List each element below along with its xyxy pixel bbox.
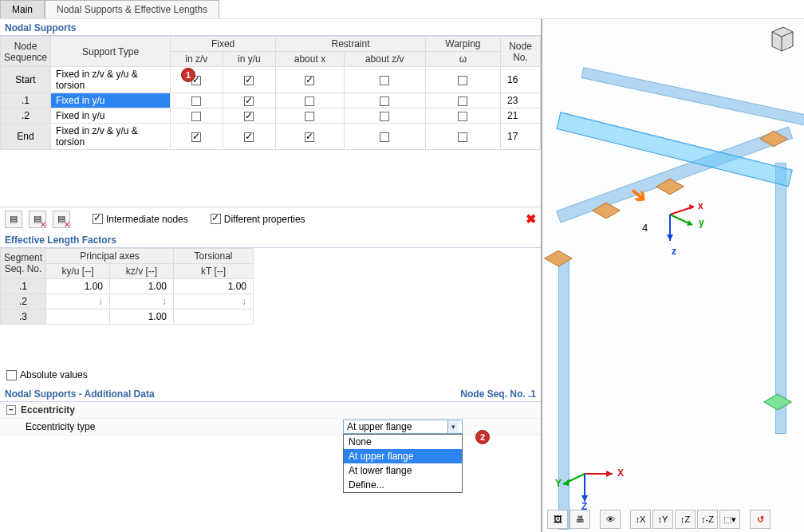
cell-kyu[interactable]: ↓ [46, 294, 110, 309]
eccentricity-type-dropdown[interactable]: At upper flange ▾ [343, 420, 463, 434]
cell-ax[interactable] [276, 108, 345, 124]
nodal-supports-title: Nodal Supports [0, 19, 541, 36]
cell-type[interactable]: Fixed in z/v & y/u & torsion [51, 67, 171, 93]
vp-btn-axis-y[interactable]: ↕Y [652, 510, 673, 529]
cell-kzv[interactable]: 1.00 [110, 309, 174, 324]
dropdown-option[interactable]: At upper flange [344, 449, 462, 463]
col-group-restraint: Restraint [276, 37, 426, 52]
vp-btn-axis-z[interactable]: ↕Z [675, 510, 696, 529]
3d-viewport[interactable]: ➔ x y z 4 X Y Z [542, 19, 804, 532]
cell-azv[interactable] [344, 108, 425, 124]
col-support-type: Support Type [51, 37, 171, 67]
cell-type[interactable]: Fixed in y/u [51, 93, 171, 108]
cell-node: 16 [501, 67, 541, 93]
toolbar-btn-2[interactable]: ▤✕ [29, 211, 46, 228]
cell-ax[interactable] [276, 67, 345, 93]
cell-zv[interactable] [171, 67, 223, 93]
cell-yu[interactable] [223, 93, 276, 108]
cell-zv[interactable] [171, 124, 223, 150]
vp-btn-view[interactable]: 👁 [600, 510, 621, 529]
eccentricity-group[interactable]: − Eccentricity [0, 402, 541, 419]
global-axes [557, 446, 621, 510]
dropdown-option[interactable]: At lower flange [344, 463, 462, 478]
cell-w[interactable] [425, 93, 500, 108]
cell-kzv[interactable]: 1.00 [110, 278, 174, 294]
vp-btn-axis-x[interactable]: ↕X [630, 510, 651, 529]
cell-w[interactable] [425, 124, 500, 150]
cell-ax[interactable] [276, 93, 345, 108]
table-row[interactable]: End Fixed in z/v & y/u & torsion 17 [1, 124, 541, 150]
different-properties-checkbox[interactable]: Different properties [211, 214, 305, 225]
dropdown-option[interactable]: Define... [344, 478, 462, 492]
col-group-warping: Warping [425, 37, 500, 52]
col-group-principal: Principal axes [46, 248, 174, 263]
callout-2: 2 [475, 430, 490, 444]
chevron-down-icon[interactable]: ▾ [447, 420, 459, 433]
cell-kt[interactable]: 1.00 [174, 278, 254, 294]
col-in-zv: in z/v [171, 52, 223, 67]
table-row[interactable]: .2 Fixed in y/u 21 [1, 108, 541, 124]
cell-w[interactable] [425, 67, 500, 93]
dropdown-list[interactable]: NoneAt upper flangeAt lower flangeDefine… [343, 434, 463, 493]
collapse-icon[interactable]: − [6, 405, 16, 415]
table-row[interactable]: .1 1.00 1.00 1.00 [1, 278, 542, 294]
cell-azv[interactable] [344, 67, 425, 93]
cell-type[interactable]: Fixed in y/u [51, 108, 171, 124]
col-kzv: kz/v [--] [110, 263, 174, 278]
global-axis-y: Y [555, 478, 562, 489]
cell-azv[interactable] [344, 93, 425, 108]
cell-seq: Start [1, 67, 51, 93]
cell-yu[interactable] [223, 67, 276, 93]
vp-node-label-4: 4 [642, 222, 648, 234]
axis-x-label: x [698, 200, 704, 211]
cell-kyu[interactable]: 1.00 [46, 278, 110, 294]
cell-node: 21 [501, 108, 541, 124]
cell-kyu[interactable] [46, 309, 110, 324]
cell-ax[interactable] [276, 124, 345, 150]
cell-zv[interactable] [171, 93, 223, 108]
dropdown-option[interactable]: None [344, 435, 462, 449]
cell-azv[interactable] [344, 124, 425, 150]
vp-btn-render[interactable]: 🖼 [547, 510, 568, 529]
vp-btn-reset[interactable]: ↺ [750, 510, 770, 529]
intermediate-nodes-checkbox[interactable]: Intermediate nodes [93, 214, 188, 225]
cell-kt[interactable] [174, 309, 254, 324]
axis-y-label: y [699, 217, 704, 228]
cell-kt[interactable]: ↓ [174, 294, 254, 309]
cell-type[interactable]: Fixed in z/v & y/u & torsion [51, 124, 171, 150]
nodal-supports-table[interactable]: Node Sequence Support Type Fixed Restrai… [0, 36, 541, 150]
col-seg-seq: Segment Seq. No. [1, 248, 46, 278]
toolbar-btn-1[interactable]: ▤ [5, 211, 22, 228]
absolute-values-checkbox[interactable]: Absolute values [0, 365, 541, 385]
effective-length-title: Effective Length Factors [0, 231, 541, 248]
axis-z-label: z [672, 246, 676, 257]
local-axes [654, 195, 702, 250]
nav-cube[interactable] [766, 22, 798, 54]
col-node-no: Node No. [501, 37, 541, 67]
cell-kzv[interactable]: ↓ [110, 294, 174, 309]
cell-yu[interactable] [223, 108, 276, 124]
cell-w[interactable] [425, 108, 500, 124]
vp-btn-iso[interactable]: ⬚▾ [719, 510, 740, 529]
cell-seq: .2 [1, 108, 51, 124]
col-group-torsional: Torsional [174, 248, 254, 263]
col-about-zv: about z/v [344, 52, 425, 67]
table-row[interactable]: .2 ↓ ↓ ↓ [1, 294, 542, 309]
col-kyu: ky/u [--] [46, 263, 110, 278]
table-row[interactable]: .3 1.00 [1, 309, 542, 324]
cell-yu[interactable] [223, 124, 276, 150]
vp-btn-print[interactable]: 🖶 [570, 510, 590, 529]
cell-node: 17 [501, 124, 541, 150]
cell-zv[interactable] [171, 108, 223, 124]
svg-marker-6 [667, 234, 673, 241]
viewport-toolbar: 🖼 🖶 👁 ↕X ↕Y ↕Z ↕-Z ⬚▾ ↺ [547, 510, 799, 529]
toolbar-btn-3[interactable]: ▤✕ [53, 211, 70, 228]
table-row[interactable]: Start Fixed in z/v & y/u & torsion 16 [1, 67, 541, 93]
remove-button[interactable]: ✖ [526, 211, 536, 227]
table-row[interactable]: .1 Fixed in y/u 23 [1, 93, 541, 108]
col-kt: kT [--] [174, 263, 254, 278]
vp-btn-axis-neg-z[interactable]: ↕-Z [697, 510, 718, 529]
tab-main[interactable]: Main [0, 0, 45, 18]
effective-length-table[interactable]: Segment Seq. No. Principal axes Torsiona… [0, 248, 541, 325]
tab-nodal-supports[interactable]: Nodal Supports & Effective Lengths [45, 0, 219, 18]
